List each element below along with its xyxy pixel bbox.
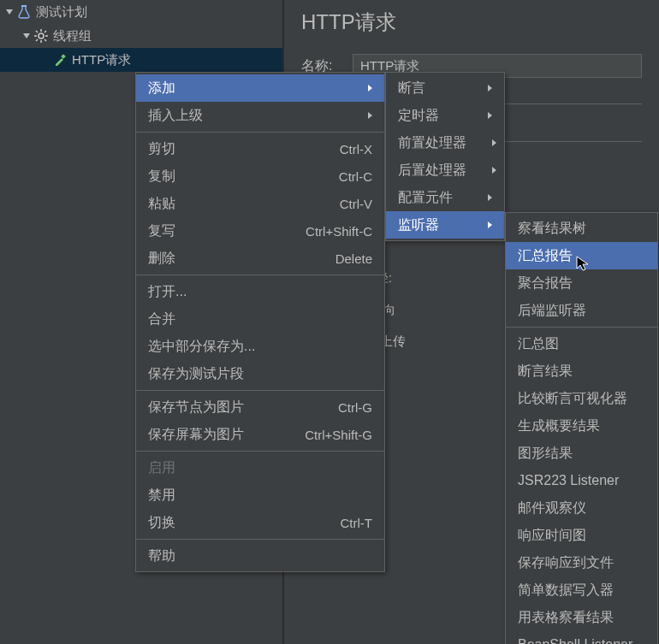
menu-item-duplicate[interactable]: 复写Ctrl+Shift-C	[136, 217, 384, 245]
menu-item-assertion-results[interactable]: 断言结果	[506, 357, 657, 385]
separator	[136, 539, 384, 540]
menu-item-postprocessors[interactable]: 后置处理器	[386, 157, 504, 184]
menu-item-cut[interactable]: 剪切Ctrl-X	[136, 135, 384, 162]
menu-item-help[interactable]: 帮助	[136, 542, 384, 570]
tree-label: HTTP请求	[72, 52, 131, 68]
menu-item-save-screen-image[interactable]: 保存屏幕为图片Ctrl+Shift-G	[136, 421, 384, 448]
menu-item-save-selection[interactable]: 选中部分保存为...	[136, 333, 384, 360]
menu-item-insert-parent[interactable]: 插入上级	[136, 102, 384, 129]
menu-item-comparison-visualizer[interactable]: 比较断言可视化器	[506, 385, 657, 412]
menu-item-open[interactable]: 打开...	[136, 278, 384, 305]
menu-item-add[interactable]: 添加	[136, 74, 384, 102]
separator	[136, 132, 384, 133]
tree-row-group[interactable]: 线程组	[0, 24, 282, 48]
menu-item-backend-listener[interactable]: 后端监听器	[506, 297, 657, 324]
menu-item-config[interactable]: 配置元件	[386, 184, 504, 211]
flask-icon	[17, 5, 31, 19]
svg-line-7	[45, 39, 46, 41]
menu-item-save-node-image[interactable]: 保存节点为图片Ctrl-G	[136, 393, 384, 421]
menu-item-merge[interactable]: 合并	[136, 305, 384, 333]
svg-line-6	[36, 31, 38, 32]
menu-item-listeners[interactable]: 监听器	[386, 211, 504, 239]
menu-item-preprocessors[interactable]: 前置处理器	[386, 129, 504, 157]
separator	[506, 327, 657, 328]
menu-item-save-responses[interactable]: 保存响应到文件	[506, 549, 657, 576]
chevron-down-icon	[22, 32, 31, 40]
menu-item-toggle[interactable]: 切换Ctrl-T	[136, 509, 384, 536]
chevron-down-icon	[5, 8, 14, 16]
separator	[136, 390, 384, 391]
submenu-add: 断言 定时器 前置处理器 后置处理器 配置元件 监听器	[385, 72, 505, 241]
menu-item-mailer-visualizer[interactable]: 邮件观察仪	[506, 494, 657, 522]
chevron-right-icon	[492, 139, 496, 146]
menu-item-graph-results[interactable]: 图形结果	[506, 440, 657, 467]
menu-item-assertions[interactable]: 断言	[386, 74, 504, 102]
svg-rect-10	[61, 54, 66, 59]
menu-item-generate-summary[interactable]: 生成概要结果	[506, 412, 657, 440]
menu-item-enable: 启用	[136, 454, 384, 482]
menu-item-copy[interactable]: 复制Ctrl-C	[136, 162, 384, 190]
tree-label: 测试计划	[36, 4, 87, 21]
svg-rect-0	[21, 5, 27, 7]
chevron-right-icon	[488, 194, 492, 201]
page-title: HTTP请求	[301, 9, 642, 36]
menu-item-beanshell-listener[interactable]: BeanShell Listener	[506, 631, 657, 644]
pipette-icon	[53, 53, 67, 67]
separator	[136, 275, 384, 275]
svg-line-9	[36, 39, 38, 41]
svg-point-1	[39, 33, 44, 38]
menu-item-jsr223-listener[interactable]: JSR223 Listener	[506, 467, 657, 494]
menu-item-summary-report[interactable]: 汇总报告	[506, 242, 657, 269]
menu-item-response-time-graph[interactable]: 响应时间图	[506, 522, 657, 549]
tree-row-http[interactable]: HTTP请求	[0, 48, 282, 72]
menu-item-disable[interactable]: 禁用	[136, 482, 384, 509]
menu-item-timers[interactable]: 定时器	[386, 102, 504, 129]
menu-item-simple-data-writer[interactable]: 简单数据写入器	[506, 576, 657, 604]
menu-item-view-results-tree[interactable]: 察看结果树	[506, 215, 657, 242]
chevron-right-icon	[368, 85, 372, 92]
submenu-listeners: 察看结果树 汇总报告 聚合报告 后端监听器 汇总图 断言结果 比较断言可视化器 …	[505, 212, 658, 644]
menu-item-aggregate-report[interactable]: 聚合报告	[506, 269, 657, 297]
menu-item-delete[interactable]: 删除Delete	[136, 245, 384, 272]
menu-item-paste[interactable]: 粘贴Ctrl-V	[136, 190, 384, 217]
tree-label: 线程组	[53, 28, 92, 44]
chevron-right-icon	[368, 112, 372, 119]
chevron-right-icon	[488, 85, 492, 92]
gear-icon	[34, 29, 48, 43]
menu-item-summary-graph[interactable]: 汇总图	[506, 330, 657, 357]
chevron-right-icon	[492, 167, 496, 174]
menu-item-save-fragment[interactable]: 保存为测试片段	[136, 360, 384, 387]
chevron-right-icon	[488, 222, 492, 228]
menu-item-view-results-table[interactable]: 用表格察看结果	[506, 604, 657, 631]
svg-line-8	[45, 31, 46, 32]
tree-row-plan[interactable]: 测试计划	[0, 0, 282, 24]
chevron-right-icon	[488, 112, 492, 119]
separator	[136, 451, 384, 452]
context-menu: 添加 插入上级 剪切Ctrl-X 复制Ctrl-C 粘贴Ctrl-V 复写Ctr…	[135, 72, 385, 572]
